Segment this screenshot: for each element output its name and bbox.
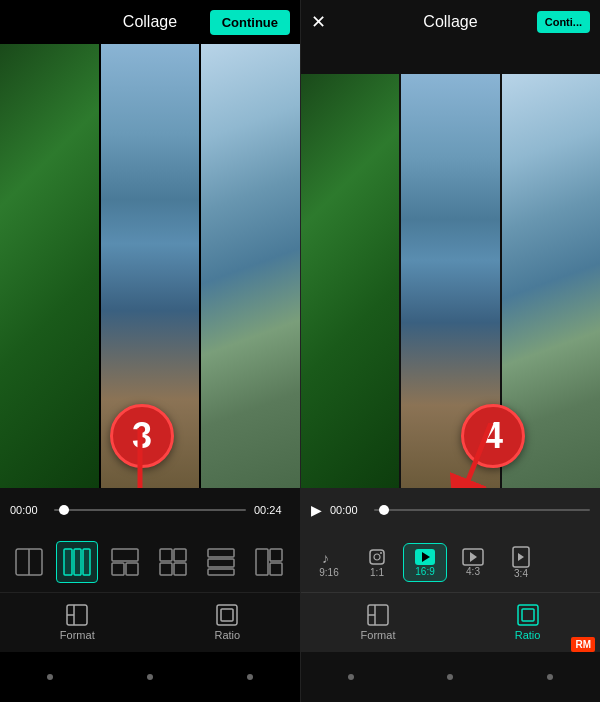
continue-button[interactable]: Continue bbox=[210, 10, 290, 35]
ratio-label-169: 16:9 bbox=[415, 566, 434, 577]
layout-option-5[interactable] bbox=[200, 541, 242, 583]
right-bottom-nav: RM bbox=[301, 652, 600, 702]
svg-point-29 bbox=[374, 554, 380, 560]
right-timeline: ▶ 00:00 bbox=[301, 488, 600, 532]
right-nav-3[interactable] bbox=[547, 674, 553, 680]
right-bottom-toolbar: Format Ratio bbox=[301, 592, 600, 652]
svg-text:♪: ♪ bbox=[322, 550, 329, 566]
svg-rect-8 bbox=[112, 563, 124, 575]
svg-rect-4 bbox=[64, 549, 72, 575]
play-button[interactable]: ▶ bbox=[311, 502, 322, 518]
left-bottom-toolbar: Format Ratio bbox=[0, 592, 300, 652]
right-header: ✕ Collage Conti... bbox=[301, 0, 600, 44]
right-nav-2[interactable] bbox=[447, 674, 453, 680]
right-timeline-dot[interactable] bbox=[379, 505, 389, 515]
svg-rect-23 bbox=[217, 605, 237, 625]
left-time-end: 00:24 bbox=[254, 504, 290, 516]
left-layout-selector bbox=[0, 532, 300, 592]
right-ratio-button[interactable]: Ratio bbox=[515, 604, 541, 641]
right-timeline-bar[interactable] bbox=[374, 509, 590, 511]
right-preview: 4 bbox=[301, 44, 600, 488]
layout-option-2[interactable] bbox=[56, 541, 98, 583]
left-time-start: 00:00 bbox=[10, 504, 46, 516]
ratio-icon bbox=[216, 604, 238, 626]
left-timeline: 00:00 00:24 bbox=[0, 488, 300, 532]
svg-marker-36 bbox=[518, 553, 524, 561]
svg-rect-28 bbox=[370, 550, 384, 564]
right-ratio-selector: ♪ 9:16 1:1 16:9 4:3 bbox=[301, 532, 600, 592]
ratio-label-34: 3:4 bbox=[514, 568, 528, 579]
layout-option-6[interactable] bbox=[248, 541, 290, 583]
right-nav-1[interactable] bbox=[348, 674, 354, 680]
left-format-button[interactable]: Format bbox=[60, 604, 95, 641]
svg-rect-16 bbox=[208, 569, 234, 575]
svg-marker-34 bbox=[470, 552, 477, 562]
svg-rect-11 bbox=[174, 549, 186, 561]
left-nav-3[interactable] bbox=[247, 674, 253, 680]
left-preview: 3 bbox=[0, 44, 300, 488]
svg-rect-15 bbox=[208, 559, 234, 567]
left-timeline-bar[interactable] bbox=[54, 509, 246, 511]
svg-rect-10 bbox=[160, 549, 172, 561]
svg-rect-6 bbox=[83, 549, 90, 575]
left-nav-2[interactable] bbox=[147, 674, 153, 680]
ratio-34-icon bbox=[512, 546, 530, 568]
ratio-option-11[interactable]: 1:1 bbox=[355, 543, 399, 582]
left-ratio-label: Ratio bbox=[214, 629, 240, 641]
layout-option-3[interactable] bbox=[104, 541, 146, 583]
svg-rect-14 bbox=[208, 549, 234, 557]
left-image-1 bbox=[0, 44, 99, 488]
right-image-1 bbox=[301, 74, 399, 488]
svg-rect-19 bbox=[270, 563, 282, 575]
tiktok-icon: ♪ bbox=[319, 547, 339, 567]
rm-badge: RM bbox=[571, 637, 595, 652]
top-black bbox=[301, 44, 600, 74]
svg-rect-13 bbox=[174, 563, 186, 575]
ratio-label-916: 9:16 bbox=[319, 567, 338, 578]
arrow-3 bbox=[100, 428, 180, 488]
left-title: Collage bbox=[123, 13, 177, 31]
svg-rect-18 bbox=[270, 549, 282, 561]
layout-option-4[interactable] bbox=[152, 541, 194, 583]
instagram-icon bbox=[367, 547, 387, 567]
svg-rect-12 bbox=[160, 563, 172, 575]
svg-line-26 bbox=[461, 423, 491, 488]
left-panel: Collage Continue 3 00:00 00:24 bbox=[0, 0, 300, 702]
left-timeline-dot[interactable] bbox=[59, 505, 69, 515]
left-image-3 bbox=[201, 44, 300, 488]
right-ratio-label: Ratio bbox=[515, 629, 541, 641]
left-ratio-button[interactable]: Ratio bbox=[214, 604, 240, 641]
left-format-label: Format bbox=[60, 629, 95, 641]
arrow-4 bbox=[441, 423, 521, 488]
left-nav-1[interactable] bbox=[47, 674, 53, 680]
svg-rect-24 bbox=[221, 609, 233, 621]
format-icon bbox=[66, 604, 88, 626]
youtube-icon bbox=[414, 548, 436, 566]
close-button[interactable]: ✕ bbox=[311, 11, 326, 33]
ratio-label-11: 1:1 bbox=[370, 567, 384, 578]
right-ratio-icon bbox=[517, 604, 539, 626]
ratio-option-169[interactable]: 16:9 bbox=[403, 543, 447, 582]
svg-rect-41 bbox=[522, 609, 534, 621]
svg-rect-7 bbox=[112, 549, 138, 561]
right-format-label: Format bbox=[361, 629, 396, 641]
right-time-start: 00:00 bbox=[330, 504, 366, 516]
svg-rect-9 bbox=[126, 563, 138, 575]
ratio-option-34[interactable]: 3:4 bbox=[499, 542, 543, 583]
right-format-icon bbox=[367, 604, 389, 626]
ratio-option-916[interactable]: ♪ 9:16 bbox=[307, 543, 351, 582]
right-continue-button[interactable]: Conti... bbox=[537, 11, 590, 33]
ratio-43-icon bbox=[462, 548, 484, 566]
right-title: Collage bbox=[423, 13, 477, 31]
svg-rect-40 bbox=[518, 605, 538, 625]
ratio-option-43[interactable]: 4:3 bbox=[451, 544, 495, 581]
svg-rect-5 bbox=[74, 549, 81, 575]
svg-point-30 bbox=[380, 552, 382, 554]
left-bottom-nav bbox=[0, 652, 300, 702]
ratio-label-43: 4:3 bbox=[466, 566, 480, 577]
layout-option-1[interactable] bbox=[8, 541, 50, 583]
svg-rect-17 bbox=[256, 549, 268, 575]
right-panel: ✕ Collage Conti... 4 ▶ 00:00 bbox=[300, 0, 600, 702]
left-header: Collage Continue bbox=[0, 0, 300, 44]
right-format-button[interactable]: Format bbox=[361, 604, 396, 641]
